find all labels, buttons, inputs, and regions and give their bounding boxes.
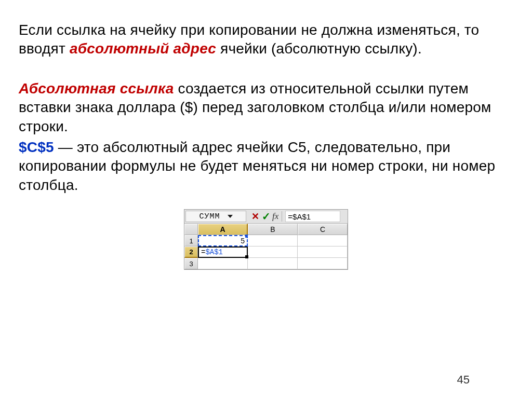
cell-B2[interactable]	[248, 246, 298, 258]
name-box-dropdown-icon[interactable]	[228, 215, 233, 218]
cell-B1[interactable]	[248, 235, 298, 246]
formula-buttons: ✕ ✓ fx	[247, 210, 285, 223]
excel-screenshot: СУММ ✕ ✓ fx =$A$1 1 2 3	[19, 209, 513, 270]
row-1: 5	[198, 235, 348, 246]
row-3	[198, 258, 348, 269]
name-box-value: СУММ	[199, 212, 220, 221]
spreadsheet-grid: 1 2 3 A B C 5	[184, 224, 348, 269]
cell-C2[interactable]	[298, 246, 348, 258]
select-all-corner[interactable]	[184, 224, 198, 235]
page-number: 45	[457, 373, 470, 387]
formula-input-value: =$A$1	[288, 212, 311, 221]
cancel-icon[interactable]: ✕	[250, 212, 260, 221]
para1-emphasis: абсолютный адрес	[70, 40, 216, 57]
paragraph-1: Если ссылка на ячейку при копировании не…	[19, 21, 513, 59]
row-headers: 1 2 3	[184, 224, 198, 269]
para3-emphasis: $C$5	[19, 139, 54, 155]
cell-A3[interactable]	[198, 258, 248, 269]
fill-handle[interactable]	[245, 255, 248, 258]
para3-post: — это абсолютный адрес ячейки С5, следов…	[19, 139, 495, 193]
paragraph-3: $C$5 — это абсолютный адрес ячейки С5, с…	[19, 138, 513, 195]
para2-emphasis: Абсолютная ссылка	[19, 80, 174, 97]
cell-B3[interactable]	[248, 258, 298, 269]
col-header-B[interactable]: B	[248, 224, 298, 235]
formula-bar: СУММ ✕ ✓ fx =$A$1	[184, 210, 348, 224]
para1-post: ячейки (абсолютную ссылку).	[220, 40, 422, 57]
name-box[interactable]: СУММ	[185, 211, 246, 222]
cell-C3[interactable]	[298, 258, 348, 269]
col-header-A[interactable]: A	[198, 224, 248, 235]
column-headers: A B C	[198, 224, 348, 235]
confirm-icon[interactable]: ✓	[261, 212, 271, 221]
fx-icon[interactable]: fx	[272, 211, 282, 222]
row-header-3[interactable]: 3	[184, 258, 198, 269]
paragraph-2: Абсолютная ссылка создается из относител…	[19, 79, 513, 136]
row-header-1[interactable]: 1	[184, 235, 198, 246]
row-2: =$A$1	[198, 246, 348, 258]
cell-A2-equals: =	[201, 248, 205, 256]
grid-body: A B C 5	[198, 224, 348, 269]
formula-input[interactable]: =$A$1	[285, 211, 340, 222]
cell-C1[interactable]	[298, 235, 348, 246]
cell-A1-value: 5	[241, 237, 245, 245]
cell-A1[interactable]: 5	[198, 235, 248, 246]
cells: 5 =$A$1	[198, 235, 348, 269]
slide: Если ссылка на ячейку при копировании не…	[0, 0, 532, 398]
col-header-C[interactable]: C	[298, 224, 348, 235]
row-header-2[interactable]: 2	[184, 246, 198, 258]
cell-A2-ref: $A$1	[205, 248, 223, 256]
excel-window: СУММ ✕ ✓ fx =$A$1 1 2 3	[184, 209, 348, 270]
cell-A2[interactable]: =$A$1	[198, 246, 248, 258]
